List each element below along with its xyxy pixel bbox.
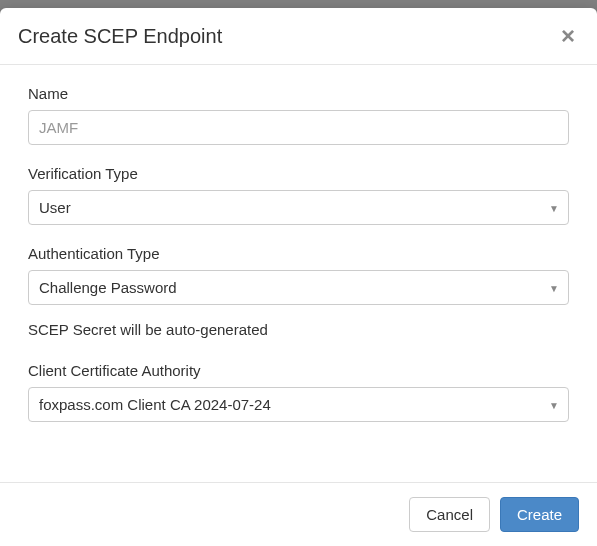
client-ca-select-wrap: foxpass.com Client CA 2024-07-24 ▼ <box>28 387 569 422</box>
name-input[interactable] <box>28 110 569 145</box>
authentication-type-group: Authentication Type Challenge Password ▼ <box>28 245 569 305</box>
verification-type-group: Verification Type User ▼ <box>28 165 569 225</box>
authentication-type-label: Authentication Type <box>28 245 569 262</box>
client-ca-group: Client Certificate Authority foxpass.com… <box>28 362 569 422</box>
name-group: Name <box>28 85 569 145</box>
authentication-type-select-wrap: Challenge Password ▼ <box>28 270 569 305</box>
modal-title: Create SCEP Endpoint <box>18 25 222 48</box>
create-button[interactable]: Create <box>500 497 579 532</box>
scep-secret-hint: SCEP Secret will be auto-generated <box>28 321 569 338</box>
modal-body: Name Verification Type User ▼ Authentica… <box>0 65 597 482</box>
authentication-type-select[interactable]: Challenge Password <box>28 270 569 305</box>
client-ca-select[interactable]: foxpass.com Client CA 2024-07-24 <box>28 387 569 422</box>
verification-type-select-wrap: User ▼ <box>28 190 569 225</box>
name-label: Name <box>28 85 569 102</box>
modal-header: Create SCEP Endpoint × <box>0 8 597 65</box>
cancel-button[interactable]: Cancel <box>409 497 490 532</box>
modal-footer: Cancel Create <box>0 482 597 546</box>
close-icon: × <box>561 22 575 49</box>
verification-type-select[interactable]: User <box>28 190 569 225</box>
create-scep-endpoint-modal: Create SCEP Endpoint × Name Verification… <box>0 8 597 546</box>
close-button[interactable]: × <box>557 24 579 48</box>
verification-type-label: Verification Type <box>28 165 569 182</box>
client-ca-label: Client Certificate Authority <box>28 362 569 379</box>
